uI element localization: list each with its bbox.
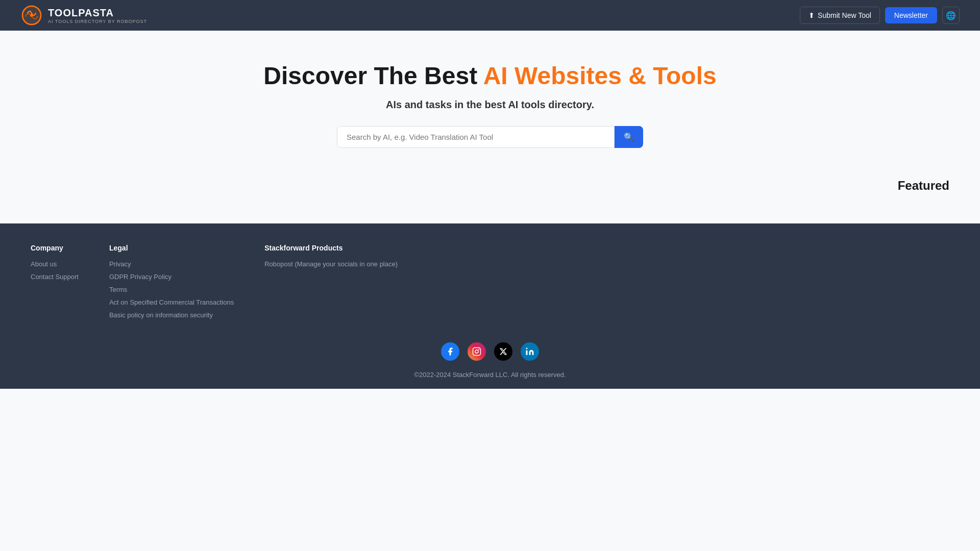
footer: Company About us Contact Support Legal P… [0, 223, 980, 389]
submit-new-tool-button[interactable]: ⬆ Submit New Tool [800, 7, 880, 24]
logo-icon [20, 4, 43, 27]
footer-link-gdpr[interactable]: GDPR Privacy Policy [109, 273, 234, 281]
footer-link-basic-policy[interactable]: Basic policy on information security [109, 311, 234, 319]
footer-company: Company About us Contact Support [31, 244, 79, 324]
hero-section: Discover The Best AI Websites & Tools AI… [0, 31, 980, 168]
svg-rect-2 [473, 347, 481, 355]
featured-title: Featured [31, 179, 949, 193]
footer-link-contact[interactable]: Contact Support [31, 273, 79, 281]
footer-copyright: ©2022-2024 StackForward LLC. All rights … [31, 371, 949, 379]
footer-legal-heading: Legal [109, 244, 234, 252]
logo: TOOLPASTA AI TOOLS DIRECTORY BY ROBOPOST [20, 4, 147, 27]
header: TOOLPASTA AI TOOLS DIRECTORY BY ROBOPOST… [0, 0, 980, 31]
footer-link-terms[interactable]: Terms [109, 286, 234, 293]
search-button[interactable]: 🔍 [615, 126, 643, 148]
footer-link-act-specified[interactable]: Act on Specified Commercial Transactions [109, 298, 234, 306]
footer-stackforward: Stackforward Products Robopost (Manage y… [264, 244, 398, 324]
footer-link-privacy[interactable]: Privacy [109, 260, 234, 268]
hero-headline: Discover The Best AI Websites & Tools [10, 61, 970, 91]
featured-section: Featured [0, 168, 980, 223]
newsletter-button[interactable]: Newsletter [885, 7, 937, 23]
footer-social [31, 342, 949, 361]
footer-columns: Company About us Contact Support Legal P… [31, 244, 949, 324]
svg-point-5 [526, 347, 528, 349]
footer-link-robopost[interactable]: Robopost (Manage your socials in one pla… [264, 260, 398, 268]
logo-subtitle: AI TOOLS DIRECTORY BY ROBOPOST [48, 19, 147, 24]
footer-stackforward-heading: Stackforward Products [264, 244, 398, 252]
search-input[interactable] [337, 126, 615, 148]
globe-icon: 🌐 [946, 11, 956, 20]
hero-subheadline: AIs and tasks in the best AI tools direc… [10, 99, 970, 111]
instagram-icon[interactable] [468, 342, 486, 361]
facebook-icon[interactable] [441, 342, 459, 361]
hero-headline-highlight: AI Websites & Tools [483, 62, 717, 89]
header-actions: ⬆ Submit New Tool Newsletter 🌐 [800, 7, 960, 24]
footer-legal: Legal Privacy GDPR Privacy Policy Terms … [109, 244, 234, 324]
hero-headline-plain: Discover The Best [263, 62, 483, 89]
svg-point-3 [475, 350, 478, 353]
language-button[interactable]: 🌐 [942, 7, 960, 24]
svg-point-1 [30, 14, 33, 17]
submit-button-label: Submit New Tool [818, 11, 871, 19]
svg-point-4 [479, 349, 479, 349]
logo-title: TOOLPASTA [48, 7, 147, 19]
search-icon: 🔍 [624, 133, 634, 141]
footer-link-about[interactable]: About us [31, 260, 79, 268]
footer-company-heading: Company [31, 244, 79, 252]
linkedin-icon[interactable] [521, 342, 539, 361]
x-twitter-icon[interactable] [494, 342, 512, 361]
upload-icon: ⬆ [808, 11, 815, 19]
search-bar: 🔍 [337, 126, 643, 148]
